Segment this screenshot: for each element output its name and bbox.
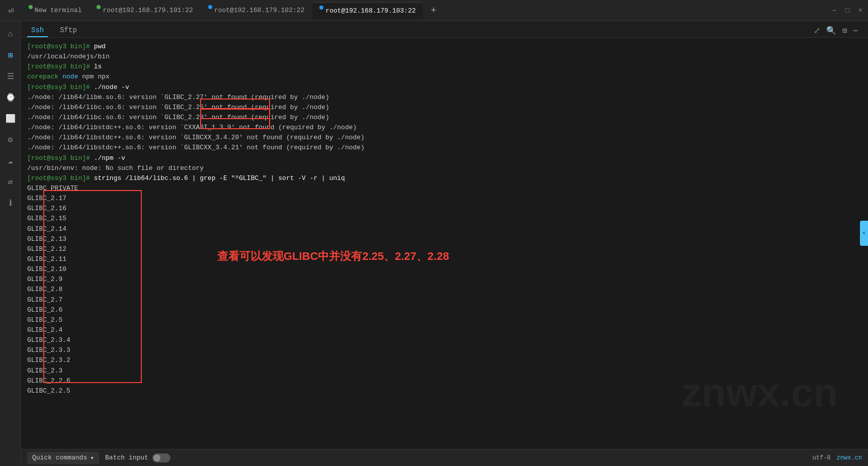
batch-input-control: Batch input [105, 453, 170, 462]
terminal-line: GLIBC_2.7 [27, 295, 862, 305]
terminal-line: GLIBC_2.2.6 [27, 376, 862, 386]
tab-sftp[interactable]: Sftp [56, 24, 81, 37]
tab-tab3[interactable]: root@192.168.179.103:22 [312, 2, 422, 19]
minimize-button[interactable]: − [831, 7, 838, 14]
protocol-toolbar: ⤢ 🔍 ⊞ ⋯ [814, 24, 862, 37]
tab-label-new-terminal: New terminal [35, 7, 82, 14]
info-icon[interactable]: ℹ [2, 194, 20, 212]
terminal-line: GLIBC_2.3.4 [27, 335, 862, 345]
tab-new-terminal[interactable]: New terminal [22, 2, 89, 19]
history-icon[interactable]: ⌚ [2, 88, 20, 107]
terminal-line: GLIBC_2.5 [27, 315, 862, 325]
tab-label-tab1: root@192.168.179.101:22 [103, 7, 193, 14]
sync-icon[interactable]: ⇄ [2, 173, 20, 191]
files-icon[interactable]: ☰ [2, 67, 20, 85]
terminal-area[interactable]: [root@ssy3 bin]# pwd/usr/local/nodejs/bi… [21, 38, 868, 449]
terminal-line: GLIBC_2.9 [27, 274, 862, 285]
terminal-line: GLIBC_2.13 [27, 234, 862, 244]
expand-icon[interactable]: ⤢ [814, 26, 820, 36]
quick-commands-button[interactable]: Quick commands ▾ [27, 452, 99, 464]
terminal-line: /usr/local/nodejs/bin [27, 52, 862, 62]
terminal-line: [root@ssy3 bin]# strings /lib64/libc.so.… [27, 173, 862, 183]
terminal-line: GLIBC_2.16 [27, 204, 862, 214]
terminal-line: /usr/bin/env: node: No such file or dire… [27, 163, 862, 173]
terminal-line: ./node: /lib64/libstdc++.so.6: version `… [27, 133, 862, 143]
terminal-line: GLIBC_2.15 [27, 214, 862, 224]
image-icon[interactable]: ⬜ [2, 110, 20, 128]
terminal-line: ./node: /lib64/libc.so.6: version `GLIBC… [27, 103, 862, 113]
quick-commands-label: Quick commands [32, 454, 87, 461]
terminal-line: [root@ssy3 bin]# ./npm -v [27, 153, 862, 163]
terminal-line: GLIBC_2.3.3 [27, 345, 862, 355]
terminal-line: GLIBC_2.3.2 [27, 355, 862, 365]
home-icon[interactable]: ⌂ [2, 25, 20, 43]
right-panel-toggle[interactable]: ‹ [860, 221, 868, 246]
tab-ssh[interactable]: Ssh [27, 24, 48, 37]
terminal-line: GLIBC_2.4 [27, 325, 862, 335]
terminal-line: ./node: /lib64/libm.so.6: version `GLIBC… [27, 92, 862, 103]
grid-icon[interactable]: ⊞ [842, 26, 847, 36]
terminal-line: GLIBC_2.10 [27, 264, 862, 274]
terminal-line: [root@ssy3 bin]# ./node -v [27, 82, 862, 92]
batch-input-toggle[interactable] [152, 453, 170, 462]
terminal-line: ./node: /lib64/libstdc++.so.6: version `… [27, 143, 862, 153]
app-body: ⌂⊞☰⌚⬜⚙☁⇄ℹ Ssh Sftp ⤢ 🔍 ⊞ ⋯ [root@ssy3 bi… [0, 21, 868, 466]
site-badge: znwx.cn [837, 454, 862, 461]
status-right: utf-8 znwx.cn [813, 454, 862, 461]
terminal-line: GLIBC_2.2.5 [27, 386, 862, 396]
restore-button[interactable]: □ [844, 7, 851, 14]
search-icon[interactable]: 🔍 [826, 26, 836, 36]
terminal-line: [root@ssy3 bin]# pwd [27, 42, 862, 52]
encoding-label: utf-8 [813, 454, 831, 461]
more-icon[interactable]: ⋯ [853, 26, 858, 36]
window-controls: − □ × [831, 7, 864, 14]
close-button[interactable]: × [857, 7, 864, 14]
settings-icon[interactable]: ⚙ [2, 131, 20, 149]
terminal-line: GLIBC_2.17 [27, 194, 862, 204]
quick-commands-arrow-icon: ▾ [90, 454, 94, 462]
status-bar: Quick commands ▾ Batch input utf-8 znwx.… [21, 449, 868, 466]
main-content: Ssh Sftp ⤢ 🔍 ⊞ ⋯ [root@ssy3 bin]# pwd/us… [21, 21, 868, 466]
sidebar: ⌂⊞☰⌚⬜⚙☁⇄ℹ [0, 21, 21, 466]
tab-bar: ⏎ New terminalroot@192.168.179.101:22roo… [4, 2, 441, 19]
add-tab-button[interactable]: + [427, 4, 441, 18]
tab-label-tab3: root@192.168.179.103:22 [325, 7, 415, 15]
tab-label-tab2: root@192.168.179.102:22 [214, 7, 304, 14]
terminal-line: GLIBC_2.14 [27, 224, 862, 234]
terminal-line: ./node: /lib64/libstdc++.so.6: version `… [27, 123, 862, 133]
terminal-line: corepack node npm npx [27, 72, 862, 82]
terminal-line: [root@ssy3 bin]# ls [27, 62, 862, 72]
protocol-tabs: Ssh Sftp ⤢ 🔍 ⊞ ⋯ [21, 21, 868, 38]
terminal-line: GLIBC_2.8 [27, 285, 862, 295]
terminal-line: ./node: /lib64/libc.so.6: version `GLIBC… [27, 113, 862, 123]
title-bar: ⏎ New terminalroot@192.168.179.101:22roo… [0, 0, 868, 21]
terminal-line: GLIBC_PRIVATE [27, 183, 862, 194]
annotation-text: 查看可以发现GLIBC中并没有2.25、2.27、2.28 [217, 248, 449, 265]
batch-input-label: Batch input [105, 454, 148, 461]
tab-tab1[interactable]: root@192.168.179.101:22 [90, 2, 200, 19]
back-icon[interactable]: ⏎ [4, 3, 18, 18]
terminal-line: GLIBC_2.3 [27, 366, 862, 376]
terminal-line: GLIBC_2.6 [27, 305, 862, 315]
terminal-icon[interactable]: ⊞ [2, 46, 20, 64]
tab-tab2[interactable]: root@192.168.179.102:22 [201, 2, 311, 19]
cloud-icon[interactable]: ☁ [2, 152, 20, 170]
